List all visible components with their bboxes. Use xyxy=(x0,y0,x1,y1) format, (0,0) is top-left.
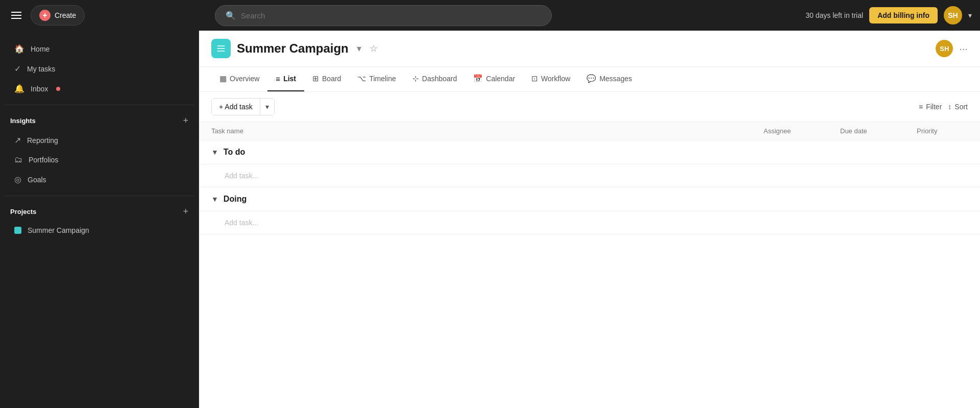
toolbar-right: ≡ Filter ↕ Sort xyxy=(919,103,968,111)
projects-section-label: Projects xyxy=(10,208,36,215)
search-bar: 🔍 xyxy=(215,5,552,26)
project-header-avatar[interactable]: SH xyxy=(936,40,953,57)
project-title: Summer Campaign xyxy=(237,41,349,56)
list-tab-icon: ≡ xyxy=(276,75,280,83)
tab-label: Messages xyxy=(599,75,632,83)
topbar: + Create 🔍 30 days left in trial Add bil… xyxy=(0,0,980,31)
todo-add-task-inline[interactable]: Add task... xyxy=(199,164,980,187)
search-input[interactable] xyxy=(241,11,541,20)
section-todo: ▼ To do xyxy=(199,140,980,164)
project-icon xyxy=(211,39,231,58)
sidebar-divider xyxy=(4,105,194,105)
main-layout: 🏠 Home ✓ My tasks 🔔 Inbox Insights + ↗ R… xyxy=(0,31,980,408)
sort-button[interactable]: ↕ Sort xyxy=(948,103,968,111)
task-table: Task name Assignee Due date Priority ▼ T… xyxy=(199,122,980,408)
col-header-task: Task name xyxy=(211,127,764,135)
overview-tab-icon: ▦ xyxy=(219,74,227,83)
section-todo-title: To do xyxy=(224,148,245,157)
svg-rect-2 xyxy=(217,51,225,52)
sidebar-item-summer-campaign[interactable]: Summer Campaign xyxy=(4,221,194,239)
tab-board[interactable]: ⊞ Board xyxy=(304,67,349,91)
sidebar-item-portfolios[interactable]: 🗂 Portfolios xyxy=(4,150,194,170)
portfolios-icon: 🗂 xyxy=(14,155,22,164)
tab-messages[interactable]: 💬 Messages xyxy=(578,67,640,91)
tab-timeline[interactable]: ⌥ Timeline xyxy=(349,67,404,91)
sidebar-item-goals[interactable]: ◎ Goals xyxy=(4,170,194,189)
trial-text: 30 days left in trial xyxy=(805,11,863,19)
goals-icon: ◎ xyxy=(14,175,21,184)
projects-section-header: Projects + xyxy=(0,202,199,221)
menu-toggle-button[interactable] xyxy=(8,9,24,22)
check-icon: ✓ xyxy=(14,64,21,74)
sidebar-item-home[interactable]: 🏠 Home xyxy=(4,39,194,59)
svg-rect-1 xyxy=(217,48,225,49)
filter-button[interactable]: ≡ Filter xyxy=(919,103,942,111)
sort-icon: ↕ xyxy=(948,103,951,111)
sidebar-item-label: Portfolios xyxy=(29,156,58,164)
list-icon xyxy=(216,43,226,54)
inbox-notification-dot xyxy=(56,87,60,91)
tab-list[interactable]: ≡ List xyxy=(267,67,304,91)
tab-label: Dashboard xyxy=(422,75,457,83)
section-doing: ▼ Doing xyxy=(199,187,980,211)
sidebar-item-label: Inbox xyxy=(31,85,48,93)
tab-calendar[interactable]: 📅 Calendar xyxy=(465,67,523,91)
user-menu-chevron[interactable]: ▾ xyxy=(968,11,972,19)
home-icon: 🏠 xyxy=(14,44,24,54)
tab-label: Board xyxy=(322,75,341,83)
doing-add-task-inline[interactable]: Add task... xyxy=(199,211,980,234)
tab-workflow[interactable]: ⊡ Workflow xyxy=(523,67,578,91)
sidebar-item-label: Goals xyxy=(28,176,46,184)
add-task-button-group: + Add task ▾ xyxy=(211,98,275,115)
timeline-tab-icon: ⌥ xyxy=(357,74,366,83)
more-options-button[interactable]: ··· xyxy=(959,43,968,55)
tab-label: Workflow xyxy=(541,75,570,83)
content-area: Summer Campaign ▾ ☆ SH ··· ▦ Overview ≡ … xyxy=(199,31,980,408)
create-label: Create xyxy=(55,11,76,19)
project-title-actions: ▾ ☆ xyxy=(355,41,380,56)
project-header: Summer Campaign ▾ ☆ SH ··· xyxy=(199,31,980,67)
filter-icon: ≡ xyxy=(919,103,923,111)
col-header-priority: Priority xyxy=(917,127,968,135)
tab-label: Calendar xyxy=(486,75,515,83)
calendar-tab-icon: 📅 xyxy=(473,74,483,83)
billing-button[interactable]: Add billing info xyxy=(869,7,938,23)
add-task-chevron-button[interactable]: ▾ xyxy=(260,99,274,115)
sidebar-item-label: Summer Campaign xyxy=(28,226,89,234)
sidebar-item-label: Home xyxy=(31,45,50,53)
dashboard-tab-icon: ⊹ xyxy=(412,74,419,83)
add-task-main-button[interactable]: + Add task xyxy=(212,99,260,115)
sidebar-item-inbox[interactable]: 🔔 Inbox xyxy=(4,79,194,99)
sidebar-item-reporting[interactable]: ↗ Reporting xyxy=(4,130,194,150)
create-button[interactable]: + Create xyxy=(31,5,85,26)
insights-add-button[interactable]: + xyxy=(183,115,188,126)
project-star-button[interactable]: ☆ xyxy=(368,41,380,56)
section-doing-chevron[interactable]: ▼ xyxy=(211,195,218,203)
create-plus-icon: + xyxy=(39,10,51,21)
table-header-row: Task name Assignee Due date Priority xyxy=(199,122,980,140)
insights-section-header: Insights + xyxy=(0,111,199,130)
col-header-assignee: Assignee xyxy=(764,127,840,135)
bell-icon: 🔔 xyxy=(14,84,24,93)
section-todo-chevron[interactable]: ▼ xyxy=(211,148,218,156)
project-dot-icon xyxy=(14,227,21,234)
sidebar-divider-2 xyxy=(4,196,194,196)
project-title-chevron[interactable]: ▾ xyxy=(355,41,363,56)
task-toolbar: + Add task ▾ ≡ Filter ↕ Sort xyxy=(199,92,980,122)
user-avatar[interactable]: SH xyxy=(944,6,962,25)
topbar-right: 30 days left in trial Add billing info S… xyxy=(805,6,972,25)
section-doing-title: Doing xyxy=(224,195,247,204)
tab-overview[interactable]: ▦ Overview xyxy=(211,67,267,91)
sidebar-item-label: Reporting xyxy=(27,136,58,145)
messages-tab-icon: 💬 xyxy=(586,74,596,83)
col-header-due: Due date xyxy=(840,127,917,135)
sidebar-item-my-tasks[interactable]: ✓ My tasks xyxy=(4,59,194,79)
projects-add-button[interactable]: + xyxy=(183,206,188,217)
tab-label: Timeline xyxy=(369,75,396,83)
tab-label: List xyxy=(283,75,296,83)
svg-rect-0 xyxy=(217,45,225,46)
reporting-icon: ↗ xyxy=(14,135,21,145)
search-icon: 🔍 xyxy=(226,11,236,20)
workflow-tab-icon: ⊡ xyxy=(531,74,538,83)
tab-dashboard[interactable]: ⊹ Dashboard xyxy=(404,67,465,91)
